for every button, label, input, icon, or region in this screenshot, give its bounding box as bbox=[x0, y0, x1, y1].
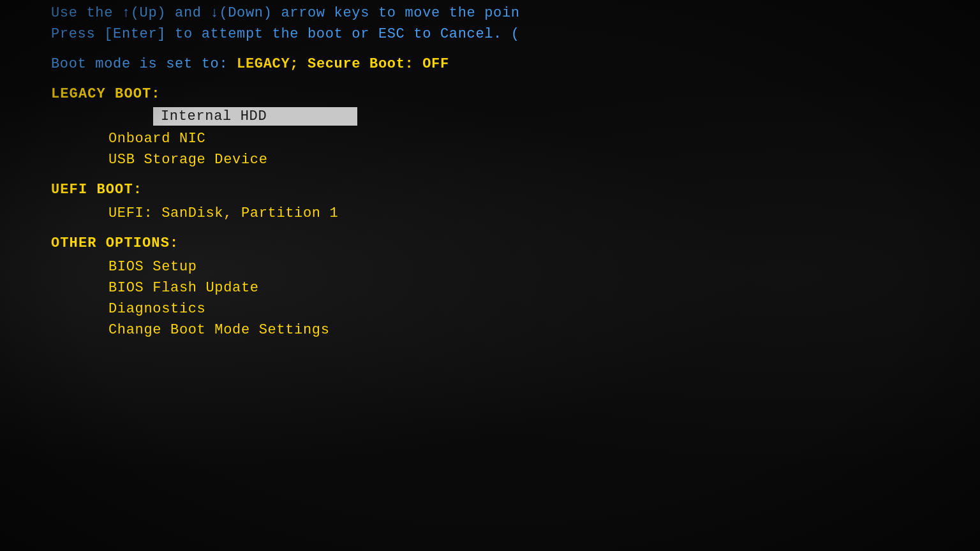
legacy-boot-item-2[interactable]: USB Storage Device bbox=[51, 149, 929, 170]
boot-mode-value: LEGACY; bbox=[237, 56, 299, 72]
legacy-boot-header: LEGACY BOOT: bbox=[51, 86, 929, 102]
bios-setup-item[interactable]: BIOS Setup bbox=[51, 256, 929, 277]
instruction-line-1: Use the ↑(Up) and ↓(Down) arrow keys to … bbox=[51, 3, 929, 24]
boot-mode-prefix: Boot mode is set to: bbox=[51, 56, 237, 72]
other-options-items: BIOS Setup BIOS Flash Update Diagnostics… bbox=[51, 256, 929, 341]
other-options-header: OTHER OPTIONS: bbox=[51, 235, 929, 251]
uefi-boot-items: UEFI: SanDisk, Partition 1 bbox=[51, 203, 929, 224]
legacy-boot-item-0[interactable]: Internal HDD bbox=[51, 107, 929, 126]
secure-boot-value: OFF bbox=[422, 56, 449, 72]
bios-boot-screen: Use the ↑(Up) and ↓(Down) arrow keys to … bbox=[0, 0, 980, 551]
uefi-boot-header: UEFI BOOT: bbox=[51, 182, 929, 198]
instructions-block: Use the ↑(Up) and ↓(Down) arrow keys to … bbox=[51, 0, 929, 45]
bios-flash-update-item[interactable]: BIOS Flash Update bbox=[51, 277, 929, 298]
uefi-boot-item-0[interactable]: UEFI: SanDisk, Partition 1 bbox=[51, 203, 929, 224]
instruction-line-2: Press [Enter] to attempt the boot or ESC… bbox=[51, 24, 929, 45]
boot-mode-status: Boot mode is set to: LEGACY; Secure Boot… bbox=[51, 56, 929, 72]
legacy-boot-item-1[interactable]: Onboard NIC bbox=[51, 128, 929, 149]
internal-hdd-item[interactable]: Internal HDD bbox=[153, 107, 357, 126]
secure-boot-label: Secure Boot: bbox=[299, 56, 422, 72]
diagnostics-item[interactable]: Diagnostics bbox=[51, 298, 929, 320]
change-boot-mode-item[interactable]: Change Boot Mode Settings bbox=[51, 320, 929, 341]
legacy-boot-items: Internal HDD Onboard NIC USB Storage Dev… bbox=[51, 107, 929, 170]
